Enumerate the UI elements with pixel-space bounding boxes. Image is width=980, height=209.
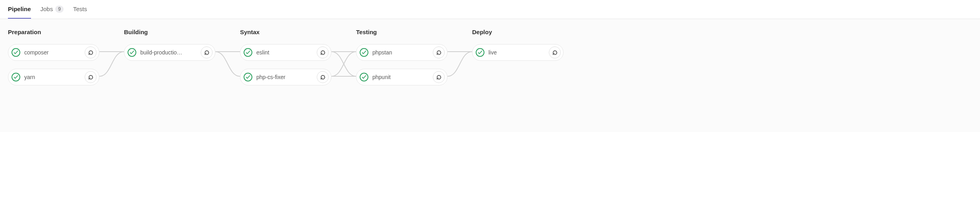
stage-title: Building [124,29,215,35]
job-name: eslint [256,49,313,56]
job-pill[interactable]: build-productio… [124,44,215,61]
retry-icon[interactable] [317,71,329,83]
status-success-icon [12,73,20,81]
tab-label: Tests [73,6,87,12]
job-name: yarn [24,74,81,80]
job-name: php-cs-fixer [256,74,313,80]
status-success-icon [128,48,136,57]
job-pill[interactable]: phpstan [356,44,447,61]
tab-tests[interactable]: Tests [73,0,87,19]
stage-title: Syntax [240,29,331,35]
status-success-icon [360,73,368,81]
tab-pipeline[interactable]: Pipeline [8,0,31,19]
job-name: composer [24,49,81,56]
tab-label: Jobs [41,6,53,12]
job-pill[interactable]: yarn [8,69,99,85]
status-success-icon [244,73,252,81]
retry-icon[interactable] [433,46,445,58]
retry-icon[interactable] [85,46,97,58]
job-pill[interactable]: php-cs-fixer [240,69,331,85]
status-success-icon [12,48,20,57]
pipeline-scroll: Preparation composer yarn [8,29,972,116]
job-pill[interactable]: eslint [240,44,331,61]
tab-jobs[interactable]: Jobs 9 [41,0,64,19]
stage-preparation: Preparation composer yarn [8,29,99,93]
stage-deploy: Deploy live [472,29,564,69]
jobs-count-badge: 9 [55,6,64,13]
pipeline-graph: Preparation composer yarn [0,19,980,132]
retry-icon[interactable] [201,46,213,58]
pipeline-page: Pipeline Jobs 9 Tests [0,0,980,132]
status-success-icon [244,48,252,57]
stage-syntax: Syntax eslint php-cs-fixer [240,29,331,93]
stage-title: Deploy [472,29,564,35]
tabs-bar: Pipeline Jobs 9 Tests [0,0,980,19]
job-pill[interactable]: phpunit [356,69,447,85]
status-success-icon [476,48,484,57]
job-name: live [488,49,545,56]
retry-icon[interactable] [549,46,561,58]
stage-testing: Testing phpstan phpunit [356,29,447,93]
tab-label: Pipeline [8,6,31,12]
stage-title: Preparation [8,29,99,35]
retry-icon[interactable] [85,71,97,83]
stage-title: Testing [356,29,447,35]
stage-building: Building build-productio… [124,29,215,69]
job-name: phpunit [372,74,429,80]
job-pill[interactable]: composer [8,44,99,61]
status-success-icon [360,48,368,57]
job-pill[interactable]: live [472,44,564,61]
job-name: build-productio… [140,49,197,56]
retry-icon[interactable] [317,46,329,58]
job-name: phpstan [372,49,429,56]
retry-icon[interactable] [433,71,445,83]
